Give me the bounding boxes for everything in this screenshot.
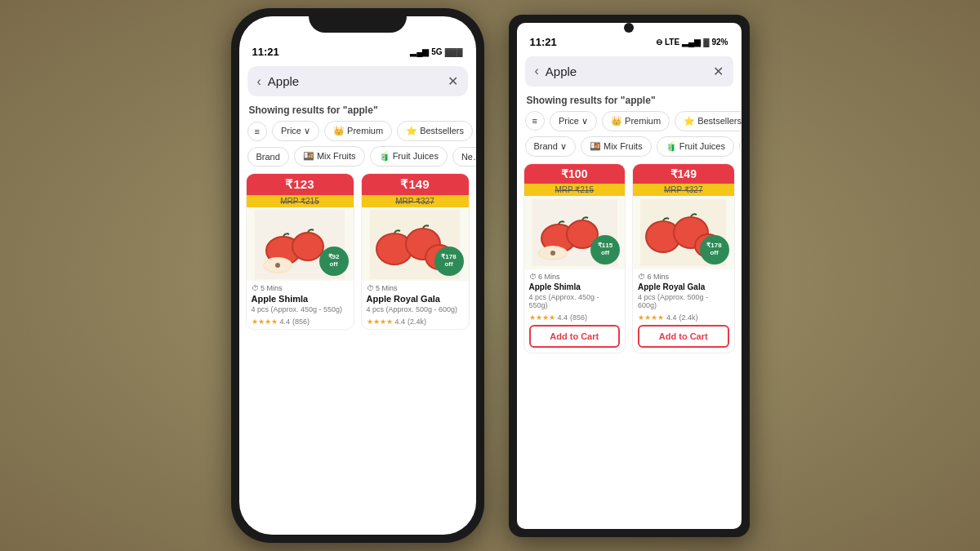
svg-point-4 <box>293 233 323 260</box>
results-text: Showing results for "apple" <box>239 101 476 121</box>
android-search-bar[interactable]: ‹ Apple ✕ <box>525 56 733 87</box>
signal-icon: ▂▄▆ <box>410 47 429 56</box>
block-icon: ⊖ <box>656 38 662 47</box>
search-query[interactable]: Apple <box>546 64 706 78</box>
filter-settings-chip[interactable]: ≡ <box>247 122 267 141</box>
rating-row: ★★★★ 4.4 (2.4k) <box>633 313 734 325</box>
bestsellers-filter-chip[interactable]: ⭐ Bestsellers <box>675 111 741 131</box>
rating-count: 4.4 <box>395 318 406 326</box>
android-screen: 11:21 ⊖ LTE ▂▄▆ ▓ 92% ‹ Apple ✕ Showing … <box>517 23 742 529</box>
product-qty: 4 pcs (Approx. 500g - 600g) <box>362 304 469 317</box>
delivery-time: ⏱ 5 Mins <box>362 281 469 293</box>
off-badge: ₹92off <box>319 247 349 276</box>
mrp-badge: MRP ₹327 <box>633 184 734 196</box>
more-chip[interactable]: Ne… <box>452 147 476 167</box>
filter-row-1: ≡ Price ∨ 👑 Premium ⭐ Bestsellers <box>239 121 476 146</box>
price-filter-chip[interactable]: Price ∨ <box>272 121 319 141</box>
premium-filter-chip[interactable]: 👑 Premium <box>324 121 392 141</box>
filter-settings-chip[interactable]: ≡ <box>525 111 545 131</box>
brand-filter-chip[interactable]: Brand <box>247 147 289 167</box>
review-count: (2.4k) <box>679 313 698 322</box>
svg-point-7 <box>275 263 280 268</box>
add-to-cart-button-2[interactable]: Add to Cart <box>638 325 729 348</box>
product-card-royal-gala[interactable]: ₹149 MRP ₹327 ₹178off <box>361 173 470 330</box>
delivery-time: ⏱ 5 Mins <box>247 281 354 293</box>
fruit-juices-chip[interactable]: 🧃 Fruit Juices <box>657 136 734 157</box>
android-product-card-royal-gala[interactable]: ₹149 MRP ₹327 ₹178off <box>632 163 735 353</box>
product-qty: 4 pcs (Approx. 450g - 550g) <box>247 304 354 317</box>
clear-search-icon[interactable]: ✕ <box>713 64 724 79</box>
price-badge: ₹149 <box>633 164 734 184</box>
price-badge: ₹100 <box>524 164 626 184</box>
review-count: (856) <box>570 313 587 322</box>
filter-row-2: Brand 🍱 Mix Fruits 🧃 Fruit Juices Ne… <box>239 146 476 173</box>
search-query[interactable]: Apple <box>268 74 441 88</box>
android-device: 11:21 ⊖ LTE ▂▄▆ ▓ 92% ‹ Apple ✕ Showing … <box>509 15 750 537</box>
rating-row: ★★★★ 4.4 (2.4k) <box>362 317 469 329</box>
delivery-time: ⏱ 6 Mins <box>524 269 626 282</box>
stars-icon: ★★★★ <box>367 318 393 326</box>
mrp-badge: MRP ₹215 <box>247 195 354 207</box>
more-chip[interactable]: Ne… <box>739 136 742 156</box>
delivery-time: ⏱ 6 Mins <box>633 269 734 282</box>
android-product-card-shimla[interactable]: ₹100 MRP ₹215 ₹115off <box>523 163 626 353</box>
product-name: Apple Royal Gala <box>633 282 734 292</box>
rating-count: 4.4 <box>558 313 568 322</box>
network-type: LTE <box>665 38 679 47</box>
rating-count: 4.4 <box>666 313 677 322</box>
android-camera <box>624 23 634 33</box>
mrp-badge: MRP ₹215 <box>524 184 626 196</box>
product-name: Apple Royal Gala <box>362 293 469 304</box>
svg-point-22 <box>550 251 555 256</box>
premium-filter-chip[interactable]: 👑 Premium <box>602 111 670 131</box>
back-icon[interactable]: ‹ <box>257 74 261 89</box>
stars-icon: ★★★★ <box>638 313 664 322</box>
android-product-grid: ₹100 MRP ₹215 ₹115off <box>517 163 742 353</box>
battery-icon: ▓▓▓ <box>445 47 463 56</box>
product-name: Apple Shimla <box>524 282 626 292</box>
android-filter-row-1: ≡ Price ∨ 👑 Premium ⭐ Bestsellers <box>517 111 742 136</box>
product-image: ₹92off <box>247 207 354 281</box>
rating-row: ★★★★ 4.4 (856) <box>247 317 354 329</box>
iphone-notch <box>309 8 407 33</box>
stars-icon: ★★★★ <box>252 318 278 326</box>
off-badge: ₹178off <box>700 235 729 264</box>
iphone-status-icons: ▂▄▆ 5G ▓▓▓ <box>410 47 462 56</box>
iphone-device: 11:21 ▂▄▆ 5G ▓▓▓ ‹ Apple ✕ Showing resul… <box>231 8 484 543</box>
clear-search-icon[interactable]: ✕ <box>448 73 458 89</box>
battery-pct: 92% <box>711 38 728 47</box>
iphone-time: 11:21 <box>252 46 279 58</box>
back-icon[interactable]: ‹ <box>535 64 539 78</box>
fruit-juices-chip[interactable]: 🧃 Fruit Juices <box>370 146 448 167</box>
android-status-icons: ⊖ LTE ▂▄▆ ▓ 92% <box>656 38 728 47</box>
add-to-cart-button[interactable]: Add to Cart <box>529 325 621 348</box>
product-image: ₹115off <box>524 196 626 269</box>
brand-filter-chip[interactable]: Brand ∨ <box>525 136 576 157</box>
mrp-badge: MRP ₹327 <box>362 195 469 207</box>
android-filter-row-2: Brand ∨ 🍱 Mix Fruits 🧃 Fruit Juices Ne… <box>517 136 742 163</box>
iphone-search-bar[interactable]: ‹ Apple ✕ <box>247 66 468 96</box>
price-filter-chip[interactable]: Price ∨ <box>550 111 597 131</box>
battery-icon: ▓ <box>703 38 709 47</box>
review-count: (2.4k) <box>408 318 426 326</box>
product-image: ₹178off <box>633 196 734 269</box>
price-badge: ₹123 <box>247 174 354 195</box>
stars-icon: ★★★★ <box>529 313 555 322</box>
mix-fruits-chip[interactable]: 🍱 Mix Fruits <box>581 136 652 157</box>
off-badge: ₹115off <box>590 235 620 264</box>
network-type: 5G <box>431 47 442 56</box>
mix-fruits-chip[interactable]: 🍱 Mix Fruits <box>294 146 365 167</box>
off-badge: ₹178off <box>434 247 464 276</box>
bestsellers-filter-chip[interactable]: ⭐ Bestsellers <box>397 121 473 141</box>
signal-icon: ▂▄▆ <box>682 38 701 47</box>
android-time: 11:21 <box>530 36 557 48</box>
rating-count: 4.4 <box>280 318 291 326</box>
product-card-shimla[interactable]: ₹123 MRP ₹215 <box>246 173 354 330</box>
product-grid: ₹123 MRP ₹215 <box>239 173 476 330</box>
iphone-screen: 11:21 ▂▄▆ 5G ▓▓▓ ‹ Apple ✕ Showing resul… <box>239 16 476 535</box>
product-qty: 4 pcs (Approx. 450g - 550g) <box>524 292 626 313</box>
product-qty: 4 pcs (Approx. 500g - 600g) <box>633 292 734 313</box>
price-badge: ₹149 <box>362 174 469 195</box>
results-text: Showing results for "apple" <box>517 91 742 111</box>
review-count: (856) <box>292 318 310 326</box>
